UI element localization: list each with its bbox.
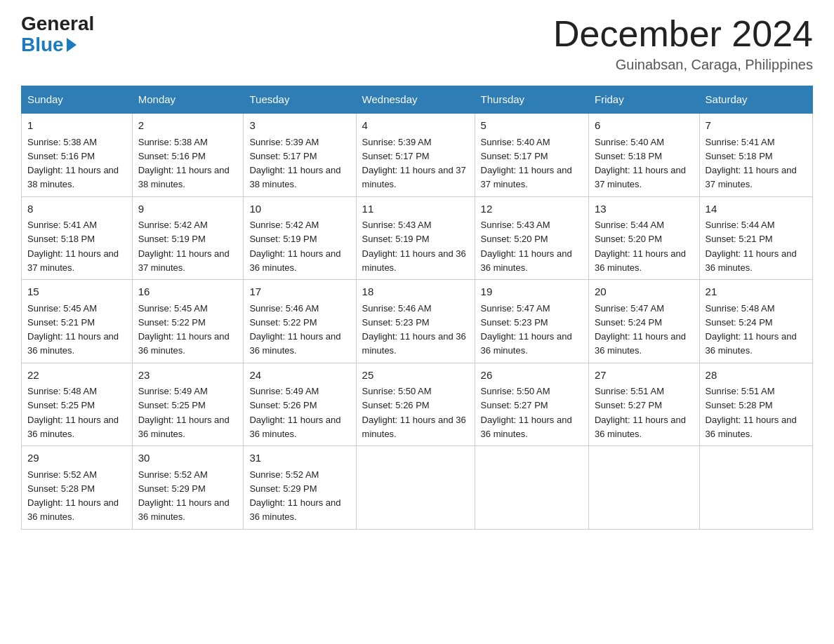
column-header-thursday: Thursday [475, 86, 588, 114]
day-number: 12 [481, 201, 583, 217]
day-number: 21 [706, 284, 807, 300]
day-info: Sunrise: 5:40 AMSunset: 5:17 PMDaylight:… [481, 137, 572, 190]
calendar-cell: 8 Sunrise: 5:41 AMSunset: 5:18 PMDayligh… [22, 196, 133, 280]
day-info: Sunrise: 5:47 AMSunset: 5:24 PMDaylight:… [595, 303, 686, 356]
calendar-cell: 28 Sunrise: 5:51 AMSunset: 5:28 PMDaylig… [699, 363, 812, 446]
day-info: Sunrise: 5:50 AMSunset: 5:27 PMDaylight:… [481, 386, 572, 439]
logo: General Blue [21, 14, 94, 56]
day-number: 3 [249, 118, 350, 134]
day-number: 17 [249, 284, 350, 300]
calendar-cell: 9 Sunrise: 5:42 AMSunset: 5:19 PMDayligh… [132, 196, 244, 280]
day-info: Sunrise: 5:48 AMSunset: 5:25 PMDaylight:… [27, 386, 119, 439]
column-header-monday: Monday [132, 86, 244, 114]
day-number: 30 [138, 450, 238, 467]
day-info: Sunrise: 5:39 AMSunset: 5:17 PMDaylight:… [249, 137, 340, 190]
day-number: 28 [706, 368, 807, 384]
calendar-cell: 11 Sunrise: 5:43 AMSunset: 5:19 PMDaylig… [356, 196, 475, 280]
calendar-week-row: 8 Sunrise: 5:41 AMSunset: 5:18 PMDayligh… [22, 196, 813, 280]
day-number: 7 [706, 118, 807, 134]
location-subtitle: Guinabsan, Caraga, Philippines [553, 57, 813, 73]
calendar-cell [356, 446, 475, 530]
day-info: Sunrise: 5:43 AMSunset: 5:20 PMDaylight:… [481, 220, 572, 273]
calendar-cell: 10 Sunrise: 5:42 AMSunset: 5:19 PMDaylig… [244, 196, 356, 280]
calendar-cell: 23 Sunrise: 5:49 AMSunset: 5:25 PMDaylig… [132, 363, 244, 446]
day-info: Sunrise: 5:44 AMSunset: 5:21 PMDaylight:… [706, 220, 797, 273]
calendar-header-row: SundayMondayTuesdayWednesdayThursdayFrid… [22, 86, 813, 114]
day-number: 6 [595, 118, 694, 134]
calendar-cell: 17 Sunrise: 5:46 AMSunset: 5:22 PMDaylig… [244, 280, 356, 363]
day-number: 11 [362, 201, 469, 217]
day-number: 31 [249, 450, 350, 467]
day-info: Sunrise: 5:43 AMSunset: 5:19 PMDaylight:… [362, 220, 466, 273]
calendar-cell: 18 Sunrise: 5:46 AMSunset: 5:23 PMDaylig… [356, 280, 475, 363]
calendar-body: 1 Sunrise: 5:38 AMSunset: 5:16 PMDayligh… [22, 113, 813, 529]
day-info: Sunrise: 5:38 AMSunset: 5:16 PMDaylight:… [27, 137, 119, 190]
calendar-cell: 5 Sunrise: 5:40 AMSunset: 5:17 PMDayligh… [475, 113, 588, 196]
calendar-cell: 13 Sunrise: 5:44 AMSunset: 5:20 PMDaylig… [588, 196, 699, 280]
day-info: Sunrise: 5:49 AMSunset: 5:26 PMDaylight:… [249, 386, 340, 439]
day-number: 10 [249, 201, 350, 217]
day-number: 29 [27, 450, 126, 467]
calendar-table: SundayMondayTuesdayWednesdayThursdayFrid… [21, 86, 813, 530]
day-number: 5 [481, 118, 583, 134]
column-header-sunday: Sunday [22, 86, 133, 114]
day-number: 23 [138, 368, 238, 384]
day-info: Sunrise: 5:48 AMSunset: 5:24 PMDaylight:… [706, 303, 797, 356]
day-info: Sunrise: 5:52 AMSunset: 5:29 PMDaylight:… [249, 469, 340, 523]
logo-blue-text: Blue [21, 34, 78, 56]
day-info: Sunrise: 5:40 AMSunset: 5:18 PMDaylight:… [595, 137, 686, 190]
calendar-cell: 16 Sunrise: 5:45 AMSunset: 5:22 PMDaylig… [132, 280, 244, 363]
day-number: 4 [362, 118, 469, 134]
calendar-cell: 14 Sunrise: 5:44 AMSunset: 5:21 PMDaylig… [699, 196, 812, 280]
day-info: Sunrise: 5:51 AMSunset: 5:28 PMDaylight:… [706, 386, 797, 439]
day-number: 18 [362, 284, 469, 300]
day-info: Sunrise: 5:52 AMSunset: 5:28 PMDaylight:… [27, 469, 119, 523]
title-block: December 2024 Guinabsan, Caraga, Philipp… [553, 14, 813, 73]
calendar-cell: 21 Sunrise: 5:48 AMSunset: 5:24 PMDaylig… [699, 280, 812, 363]
calendar-cell [699, 446, 812, 530]
calendar-cell [588, 446, 699, 530]
calendar-cell: 12 Sunrise: 5:43 AMSunset: 5:20 PMDaylig… [475, 196, 588, 280]
day-number: 13 [595, 201, 694, 217]
calendar-cell: 3 Sunrise: 5:39 AMSunset: 5:17 PMDayligh… [244, 113, 356, 196]
calendar-cell: 6 Sunrise: 5:40 AMSunset: 5:18 PMDayligh… [588, 113, 699, 196]
day-info: Sunrise: 5:45 AMSunset: 5:22 PMDaylight:… [138, 303, 230, 356]
calendar-cell: 4 Sunrise: 5:39 AMSunset: 5:17 PMDayligh… [356, 113, 475, 196]
column-header-friday: Friday [588, 86, 699, 114]
column-header-wednesday: Wednesday [356, 86, 475, 114]
day-info: Sunrise: 5:39 AMSunset: 5:17 PMDaylight:… [362, 137, 466, 190]
logo-triangle-icon [67, 38, 77, 52]
calendar-week-row: 29 Sunrise: 5:52 AMSunset: 5:28 PMDaylig… [22, 446, 813, 530]
day-number: 2 [138, 118, 238, 134]
day-info: Sunrise: 5:51 AMSunset: 5:27 PMDaylight:… [595, 386, 686, 439]
calendar-cell: 15 Sunrise: 5:45 AMSunset: 5:21 PMDaylig… [22, 280, 133, 363]
day-number: 26 [481, 368, 583, 384]
logo-general-text: General [21, 14, 94, 34]
calendar-week-row: 15 Sunrise: 5:45 AMSunset: 5:21 PMDaylig… [22, 280, 813, 363]
column-header-saturday: Saturday [699, 86, 812, 114]
calendar-cell: 27 Sunrise: 5:51 AMSunset: 5:27 PMDaylig… [588, 363, 699, 446]
calendar-cell: 31 Sunrise: 5:52 AMSunset: 5:29 PMDaylig… [244, 446, 356, 530]
calendar-cell: 25 Sunrise: 5:50 AMSunset: 5:26 PMDaylig… [356, 363, 475, 446]
day-number: 27 [595, 368, 694, 384]
calendar-cell: 7 Sunrise: 5:41 AMSunset: 5:18 PMDayligh… [699, 113, 812, 196]
day-info: Sunrise: 5:46 AMSunset: 5:22 PMDaylight:… [249, 303, 340, 356]
calendar-week-row: 1 Sunrise: 5:38 AMSunset: 5:16 PMDayligh… [22, 113, 813, 196]
calendar-cell: 1 Sunrise: 5:38 AMSunset: 5:16 PMDayligh… [22, 113, 133, 196]
day-number: 15 [27, 284, 126, 300]
calendar-cell [475, 446, 588, 530]
calendar-cell: 2 Sunrise: 5:38 AMSunset: 5:16 PMDayligh… [132, 113, 244, 196]
day-info: Sunrise: 5:42 AMSunset: 5:19 PMDaylight:… [249, 220, 340, 273]
day-info: Sunrise: 5:42 AMSunset: 5:19 PMDaylight:… [138, 220, 230, 273]
day-number: 16 [138, 284, 238, 300]
day-info: Sunrise: 5:41 AMSunset: 5:18 PMDaylight:… [27, 220, 119, 273]
day-number: 1 [27, 118, 126, 134]
calendar-cell: 29 Sunrise: 5:52 AMSunset: 5:28 PMDaylig… [22, 446, 133, 530]
calendar-cell: 19 Sunrise: 5:47 AMSunset: 5:23 PMDaylig… [475, 280, 588, 363]
day-number: 25 [362, 368, 469, 384]
day-info: Sunrise: 5:44 AMSunset: 5:20 PMDaylight:… [595, 220, 686, 273]
day-info: Sunrise: 5:38 AMSunset: 5:16 PMDaylight:… [138, 137, 230, 190]
day-info: Sunrise: 5:52 AMSunset: 5:29 PMDaylight:… [138, 469, 230, 523]
day-number: 24 [249, 368, 350, 384]
day-info: Sunrise: 5:50 AMSunset: 5:26 PMDaylight:… [362, 386, 466, 439]
